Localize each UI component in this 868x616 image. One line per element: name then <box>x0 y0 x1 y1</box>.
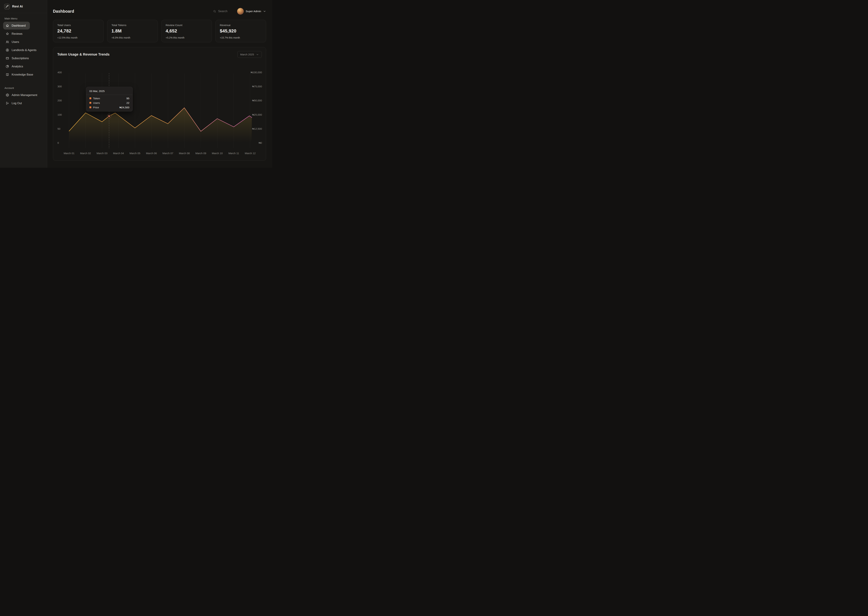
chart-tooltip: 03 Mar, 2025 Token 95 Users 22 Price ₦24… <box>86 87 133 112</box>
page-title: Dashboard <box>53 9 74 14</box>
svg-text:50: 50 <box>58 127 60 130</box>
chevron-down-icon <box>256 53 259 56</box>
sidebar-item-label: Reviews <box>12 32 22 35</box>
topbar: Dashboard Search Super Admin <box>53 8 266 14</box>
user-name: Super Admin <box>246 10 261 13</box>
user-menu[interactable]: Super Admin <box>237 8 266 14</box>
stat-value: 1.8M <box>111 28 154 34</box>
chevron-down-icon <box>263 10 266 13</box>
token-swatch <box>89 97 91 99</box>
svg-text:0: 0 <box>58 141 59 144</box>
stat-delta: +15.7% this month <box>220 36 262 39</box>
sidebar-item-label: Admin Management <box>12 93 37 97</box>
card-icon <box>6 57 9 60</box>
pie-chart-icon <box>6 64 9 68</box>
sidebar-item-label: Knowledge Base <box>12 73 33 76</box>
chart-title: Token Usage & Revenue Trends <box>57 52 110 57</box>
stat-delta: +5.2% this month <box>166 36 208 39</box>
tooltip-row-price: Price ₦24,500 <box>89 106 129 109</box>
logout-icon <box>6 101 9 105</box>
sidebar-item-dashboard[interactable]: Dashboard <box>3 22 30 30</box>
sidebar-item-label: Analytics <box>12 65 23 68</box>
svg-text:March 08: March 08 <box>179 152 190 155</box>
price-swatch <box>89 107 91 108</box>
users-icon <box>6 40 9 44</box>
sidebar-item-admin-management[interactable]: Admin Management <box>3 91 41 99</box>
avatar <box>237 8 244 14</box>
sidebar-item-landlords-agents[interactable]: Landlords & Agents <box>3 46 41 54</box>
book-icon <box>6 73 9 76</box>
sidebar-item-log-out[interactable]: Log Out <box>3 99 26 107</box>
sidebar: Revi Ai Main Menu Dashboard Reviews Use <box>0 0 47 168</box>
gear-icon <box>6 93 9 97</box>
svg-text:400: 400 <box>58 71 62 74</box>
stat-delta: +12.5% this month <box>57 36 99 39</box>
person-badge-icon <box>6 48 9 52</box>
stat-value: 4,652 <box>166 28 208 34</box>
svg-text:March 07: March 07 <box>163 152 173 155</box>
svg-text:March 06: March 06 <box>146 152 157 155</box>
sidebar-item-label: Landlords & Agents <box>12 49 36 52</box>
stat-card-revenue: Revenue $45,920 +15.7% this month <box>215 20 266 42</box>
sidebar-item-label: Subscriptions <box>12 57 29 60</box>
svg-text:March 01: March 01 <box>64 152 74 155</box>
svg-text:₦12,500: ₦12,500 <box>252 127 262 130</box>
tooltip-date: 03 Mar, 2025 <box>89 90 129 93</box>
chart-header: Token Usage & Revenue Trends March 2025 <box>53 47 266 58</box>
svg-text:March 05: March 05 <box>130 152 140 155</box>
stat-card-review-count: Review Count 4,652 +5.2% this month <box>161 20 212 42</box>
brand: Revi Ai <box>0 0 47 13</box>
tooltip-label: Price <box>93 106 99 109</box>
sidebar-item-users[interactable]: Users <box>3 38 23 46</box>
svg-text:March 12: March 12 <box>245 152 256 155</box>
tooltip-row-users: Users 22 <box>89 101 129 104</box>
tooltip-value: 22 <box>126 101 129 104</box>
period-dropdown[interactable]: March 2025 <box>237 51 262 58</box>
sidebar-item-label: Log Out <box>12 102 22 105</box>
sidebar-item-subscriptions[interactable]: Subscriptions <box>3 54 33 62</box>
stat-card-total-tokens: Total Tokens 1.8M +8.3% this month <box>107 20 158 42</box>
home-icon <box>6 24 9 27</box>
account-menu: Admin Management Log Out <box>0 91 47 107</box>
svg-text:₦100,000: ₦100,000 <box>251 71 262 74</box>
sidebar-item-knowledge-base[interactable]: Knowledge Base <box>3 71 37 79</box>
chart-card: Token Usage & Revenue Trends March 2025 … <box>53 47 266 161</box>
svg-text:200: 200 <box>58 99 62 102</box>
svg-text:March 09: March 09 <box>195 152 206 155</box>
trend-chart[interactable]: March 01March 02March 03March 04March 05… <box>53 47 266 160</box>
svg-text:100: 100 <box>58 113 62 116</box>
stat-delta: +8.3% this month <box>111 36 154 39</box>
sidebar-item-analytics[interactable]: Analytics <box>3 63 27 70</box>
section-label-main-menu: Main Menu <box>0 17 47 20</box>
svg-text:March 03: March 03 <box>97 152 107 155</box>
section-label-account: Account <box>0 86 47 90</box>
svg-text:March 11: March 11 <box>228 152 239 155</box>
svg-text:300: 300 <box>58 85 62 88</box>
search-placeholder: Search <box>218 9 228 13</box>
revi-logo-icon <box>4 3 10 10</box>
stat-label: Revenue <box>220 24 262 27</box>
sidebar-item-reviews[interactable]: Reviews <box>3 30 27 38</box>
tooltip-divider <box>86 94 132 95</box>
stat-value: 24,782 <box>57 28 99 34</box>
users-swatch <box>89 102 91 104</box>
svg-text:₦25,000: ₦25,000 <box>252 113 262 116</box>
brand-name: Revi Ai <box>12 5 23 8</box>
sidebar-item-label: Dashboard <box>12 24 26 27</box>
svg-text:₦50,000: ₦50,000 <box>252 99 262 102</box>
search-icon <box>213 10 216 13</box>
stat-label: Review Count <box>166 24 208 27</box>
search[interactable]: Search <box>213 9 228 13</box>
svg-text:₦75,000: ₦75,000 <box>252 85 262 88</box>
main-content: Dashboard Search Super Admin <box>47 0 272 168</box>
tooltip-value: ₦24,500 <box>119 106 129 109</box>
period-dropdown-value: March 2025 <box>240 53 254 56</box>
sidebar-item-label: Users <box>12 40 19 44</box>
stat-card-total-users: Total Users 24,782 +12.5% this month <box>53 20 104 42</box>
svg-text:March 10: March 10 <box>212 152 223 155</box>
app-root: Revi Ai Main Menu Dashboard Reviews Use <box>0 0 272 168</box>
tooltip-row-token: Token 95 <box>89 97 129 100</box>
svg-text:March 04: March 04 <box>113 152 124 155</box>
star-icon <box>6 32 9 36</box>
stat-label: Total Users <box>57 24 99 27</box>
